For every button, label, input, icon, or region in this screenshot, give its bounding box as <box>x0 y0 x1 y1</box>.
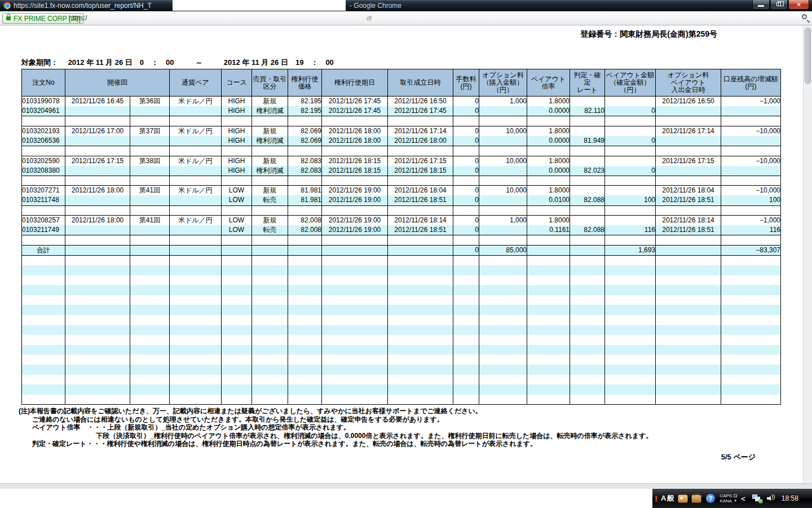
empty-cell <box>388 255 453 265</box>
empty-cell <box>388 384 453 395</box>
ime-key-state[interactable]: CAPS KANA▼ <box>720 493 737 503</box>
empty-cell <box>570 335 605 345</box>
restore-button[interactable] <box>770 0 788 10</box>
column-header: 口座残高の増減額 (円) <box>721 69 781 97</box>
empty-cell <box>322 335 388 345</box>
empty-cell <box>252 395 288 405</box>
empty-cell <box>605 156 656 166</box>
table-cell: −1,000 <box>721 216 781 226</box>
empty-cell <box>252 335 288 345</box>
speaker-cone <box>767 496 771 501</box>
table-cell: −83,307 <box>721 245 781 255</box>
empty-cell <box>479 295 527 305</box>
empty-cell <box>252 285 288 295</box>
column-header: 開催回 <box>65 69 170 97</box>
empty-cell <box>721 275 781 286</box>
table-cell: 100 <box>605 195 656 205</box>
table-cell: 第38回 <box>130 156 170 166</box>
empty-cell <box>22 176 65 186</box>
window-bottom-edge <box>0 483 812 489</box>
vertical-scrollbar[interactable] <box>803 25 812 483</box>
empty-cell <box>453 345 479 355</box>
scrollbar-thumb[interactable] <box>805 28 811 84</box>
empty-cell <box>22 315 65 325</box>
network-icon[interactable] <box>752 494 762 502</box>
table-cell: −10,000 <box>721 156 781 166</box>
empty-cell <box>388 375 453 385</box>
empty-cell <box>322 295 388 305</box>
column-header: 権利行使期日 <box>322 69 388 97</box>
zoom-icon[interactable] <box>802 14 807 19</box>
show-hidden-icons-chevron[interactable]: < <box>741 494 745 503</box>
empty-cell <box>388 365 453 375</box>
empty-cell <box>656 265 721 275</box>
table-cell: 2012/11/26 17:00 <box>65 126 130 136</box>
empty-cell <box>130 285 170 295</box>
empty-cell <box>65 116 130 126</box>
empty-row <box>22 325 781 335</box>
empty-cell <box>170 205 222 216</box>
empty-cell <box>65 375 130 385</box>
empty-cell <box>479 136 527 146</box>
empty-cell <box>656 106 721 116</box>
empty-cell <box>252 375 288 385</box>
empty-cell <box>453 315 479 325</box>
empty-cell <box>721 375 781 385</box>
empty-cell <box>65 305 130 315</box>
empty-cell <box>65 345 130 355</box>
minimize-icon <box>758 5 764 7</box>
footnote-line: ご連絡のない場合には相違ないものとして処理させていただきます。本取引から発生した… <box>17 415 652 424</box>
empty-cell <box>22 345 65 355</box>
empty-cell <box>388 205 453 216</box>
empty-row <box>22 384 781 395</box>
empty-cell <box>288 275 322 286</box>
empty-cell <box>65 205 130 216</box>
empty-cell <box>479 345 527 355</box>
volume-icon[interactable]: )) <box>767 494 777 502</box>
tray-clock[interactable]: 18:58 <box>782 494 798 502</box>
close-button[interactable]: ✕ <box>788 0 809 10</box>
empty-cell <box>453 384 479 395</box>
empty-cell <box>656 315 721 325</box>
empty-cell <box>605 325 656 335</box>
empty-row <box>22 365 781 375</box>
table-cell: 0.0000 <box>527 166 570 176</box>
empty-cell <box>65 335 130 345</box>
empty-cell <box>170 166 222 176</box>
table-cell: 権利消滅 <box>252 136 288 146</box>
empty-cell <box>170 245 222 255</box>
empty-cell <box>22 146 65 156</box>
table-cell: 0 <box>453 97 479 107</box>
empty-cell <box>22 354 65 365</box>
empty-cell <box>721 345 781 355</box>
alert-icon[interactable]: ! <box>655 494 657 503</box>
table-cell: HIGH <box>222 136 252 146</box>
empty-cell <box>388 245 453 255</box>
table-cell: 82.008 <box>288 225 322 235</box>
ime-pad-icon[interactable] <box>678 494 688 503</box>
empty-cell <box>22 205 65 216</box>
empty-cell <box>252 265 288 275</box>
empty-cell <box>479 354 527 365</box>
table-row: 01032082572012/11/26 18:00第41回米ドル／円LOW新規… <box>22 216 781 226</box>
address-bar[interactable]: FX PRIME CORP [JP] https:/ df <box>0 11 812 25</box>
ime-toolbox-icon[interactable] <box>691 494 701 503</box>
ime-help-icon[interactable]: ? <box>706 494 715 503</box>
table-cell: 0.0000 <box>527 136 570 146</box>
empty-cell <box>252 384 288 395</box>
url-text[interactable]: https:/ <box>69 14 87 22</box>
table-cell: 転売 <box>252 195 288 205</box>
empty-cell <box>22 365 65 375</box>
ime-mode-indicator[interactable]: A般 <box>661 493 674 503</box>
empty-cell <box>388 354 453 365</box>
minimize-button[interactable] <box>752 0 770 10</box>
empty-cell <box>130 205 170 216</box>
empty-cell <box>570 325 605 335</box>
table-cell: 0 <box>453 126 479 136</box>
footnote-line: ペイアウト倍率 ・・・上段（新規取引）_当社の定めたオプション購入時の想定倍率が… <box>17 423 652 432</box>
empty-cell <box>479 146 527 156</box>
empty-row <box>22 176 781 186</box>
empty-cell <box>527 265 570 275</box>
empty-cell <box>605 395 656 405</box>
table-cell: 第41回 <box>130 186 170 196</box>
